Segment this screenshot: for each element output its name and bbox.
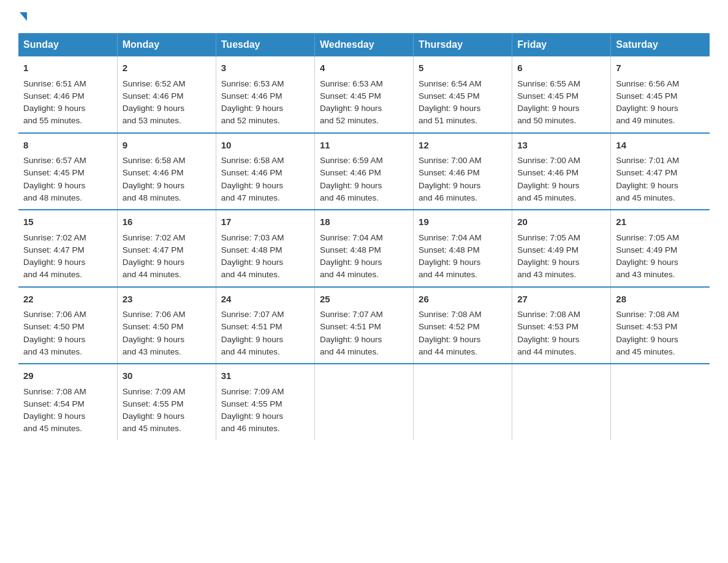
calendar-cell: 29Sunrise: 7:08 AMSunset: 4:54 PMDayligh… [18,364,117,440]
day-number: 28 [616,293,705,307]
calendar-cell: 11Sunrise: 6:59 AMSunset: 4:46 PMDayligh… [314,133,413,210]
calendar-body: 1Sunrise: 6:51 AMSunset: 4:46 PMDaylight… [18,56,710,440]
day-number: 23 [123,293,211,307]
header-cell-tuesday: Tuesday [216,33,314,56]
logo-arrow-icon [20,12,27,21]
day-number: 3 [221,61,309,75]
calendar-cell: 24Sunrise: 7:07 AMSunset: 4:51 PMDayligh… [216,287,314,364]
header-cell-monday: Monday [117,33,216,56]
day-number: 7 [616,61,705,75]
day-number: 20 [517,215,605,229]
calendar-header: SundayMondayTuesdayWednesdayThursdayFrid… [18,33,710,56]
calendar-cell: 17Sunrise: 7:03 AMSunset: 4:48 PMDayligh… [216,210,314,287]
day-number: 6 [517,61,605,75]
calendar-cell: 13Sunrise: 7:00 AMSunset: 4:46 PMDayligh… [512,133,611,210]
day-number: 29 [23,369,112,383]
calendar-cell [314,364,413,440]
day-number: 9 [123,139,211,153]
day-number: 27 [517,293,605,307]
calendar-cell [512,364,611,440]
logo [18,12,27,21]
calendar-cell [611,364,710,440]
calendar-cell: 31Sunrise: 7:09 AMSunset: 4:55 PMDayligh… [216,364,314,440]
day-number: 30 [123,369,211,383]
calendar-cell: 12Sunrise: 7:00 AMSunset: 4:46 PMDayligh… [414,133,512,210]
calendar-cell: 20Sunrise: 7:05 AMSunset: 4:49 PMDayligh… [512,210,611,287]
calendar-cell: 21Sunrise: 7:05 AMSunset: 4:49 PMDayligh… [611,210,710,287]
header-cell-sunday: Sunday [18,33,117,56]
header-cell-saturday: Saturday [611,33,710,56]
day-number: 22 [23,293,112,307]
day-number: 1 [23,61,112,75]
day-number: 14 [616,139,705,153]
header-cell-wednesday: Wednesday [314,33,413,56]
calendar-cell: 22Sunrise: 7:06 AMSunset: 4:50 PMDayligh… [18,287,117,364]
day-number: 16 [123,215,211,229]
calendar-cell: 3Sunrise: 6:53 AMSunset: 4:46 PMDaylight… [216,56,314,133]
day-number: 12 [419,139,507,153]
calendar-cell: 5Sunrise: 6:54 AMSunset: 4:45 PMDaylight… [414,56,512,133]
calendar-cell: 9Sunrise: 6:58 AMSunset: 4:46 PMDaylight… [117,133,216,210]
calendar-row: 15Sunrise: 7:02 AMSunset: 4:47 PMDayligh… [18,210,710,287]
calendar-cell: 28Sunrise: 7:08 AMSunset: 4:53 PMDayligh… [611,287,710,364]
header-cell-thursday: Thursday [414,33,512,56]
calendar-cell: 10Sunrise: 6:58 AMSunset: 4:46 PMDayligh… [216,133,314,210]
day-number: 5 [419,61,507,75]
calendar-cell [414,364,512,440]
day-number: 15 [23,215,112,229]
day-number: 2 [123,61,211,75]
calendar-cell: 16Sunrise: 7:02 AMSunset: 4:47 PMDayligh… [117,210,216,287]
calendar-cell: 30Sunrise: 7:09 AMSunset: 4:55 PMDayligh… [117,364,216,440]
day-number: 31 [221,369,309,383]
header-row: SundayMondayTuesdayWednesdayThursdayFrid… [18,33,710,56]
calendar-cell: 14Sunrise: 7:01 AMSunset: 4:47 PMDayligh… [611,133,710,210]
day-number: 19 [419,215,507,229]
day-number: 21 [616,215,705,229]
day-number: 4 [320,61,408,75]
calendar-table: SundayMondayTuesdayWednesdayThursdayFrid… [18,33,710,440]
day-number: 13 [517,139,605,153]
day-number: 26 [419,293,507,307]
calendar-cell: 8Sunrise: 6:57 AMSunset: 4:45 PMDaylight… [18,133,117,210]
calendar-cell: 26Sunrise: 7:08 AMSunset: 4:52 PMDayligh… [414,287,512,364]
calendar-cell: 6Sunrise: 6:55 AMSunset: 4:45 PMDaylight… [512,56,611,133]
calendar-row: 1Sunrise: 6:51 AMSunset: 4:46 PMDaylight… [18,56,710,133]
day-number: 10 [221,139,309,153]
calendar-cell: 18Sunrise: 7:04 AMSunset: 4:48 PMDayligh… [314,210,413,287]
day-number: 17 [221,215,309,229]
day-number: 8 [23,139,112,153]
calendar-cell: 27Sunrise: 7:08 AMSunset: 4:53 PMDayligh… [512,287,611,364]
day-number: 25 [320,293,408,307]
calendar-row: 8Sunrise: 6:57 AMSunset: 4:45 PMDaylight… [18,133,710,210]
calendar-row: 22Sunrise: 7:06 AMSunset: 4:50 PMDayligh… [18,287,710,364]
calendar-cell: 15Sunrise: 7:02 AMSunset: 4:47 PMDayligh… [18,210,117,287]
day-number: 11 [320,139,408,153]
calendar-cell: 1Sunrise: 6:51 AMSunset: 4:46 PMDaylight… [18,56,117,133]
calendar-cell: 2Sunrise: 6:52 AMSunset: 4:46 PMDaylight… [117,56,216,133]
calendar-cell: 23Sunrise: 7:06 AMSunset: 4:50 PMDayligh… [117,287,216,364]
day-number: 18 [320,215,408,229]
calendar-row: 29Sunrise: 7:08 AMSunset: 4:54 PMDayligh… [18,364,710,440]
calendar-cell: 19Sunrise: 7:04 AMSunset: 4:48 PMDayligh… [414,210,512,287]
page-header [18,12,710,21]
calendar-cell: 7Sunrise: 6:56 AMSunset: 4:45 PMDaylight… [611,56,710,133]
calendar-cell: 4Sunrise: 6:53 AMSunset: 4:45 PMDaylight… [314,56,413,133]
header-cell-friday: Friday [512,33,611,56]
day-number: 24 [221,293,309,307]
calendar-cell: 25Sunrise: 7:07 AMSunset: 4:51 PMDayligh… [314,287,413,364]
